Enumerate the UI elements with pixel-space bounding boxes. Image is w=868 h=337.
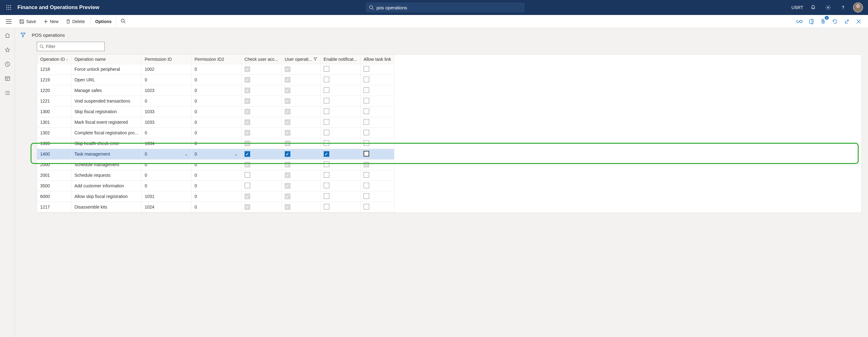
column-header-permission-id[interactable]: Permission ID bbox=[142, 55, 191, 64]
table-row[interactable]: 1303Skip health check error10340 bbox=[37, 138, 394, 149]
table-row[interactable]: 1218Force unlock peripheral10020 bbox=[37, 64, 394, 74]
favorites-button[interactable] bbox=[2, 45, 12, 55]
checkbox[interactable] bbox=[364, 172, 369, 178]
column-header-operation-name[interactable]: Operation name bbox=[71, 55, 142, 64]
column-header-permission-id2[interactable]: Permission ID2 bbox=[191, 55, 241, 64]
checkbox[interactable] bbox=[285, 204, 290, 210]
checkbox[interactable] bbox=[324, 183, 329, 188]
checkbox[interactable] bbox=[285, 98, 290, 104]
refresh-button[interactable] bbox=[831, 17, 839, 26]
checkbox[interactable] bbox=[324, 98, 329, 103]
column-header-operation-id[interactable]: Operation ID↑ bbox=[37, 55, 71, 64]
checkbox[interactable] bbox=[364, 119, 369, 125]
checkbox[interactable] bbox=[245, 109, 250, 115]
checkbox[interactable] bbox=[324, 119, 329, 125]
checkbox[interactable] bbox=[364, 109, 369, 114]
table-row[interactable]: 2000Schedule management00 bbox=[37, 159, 394, 170]
checkbox[interactable] bbox=[285, 130, 290, 135]
checkbox[interactable] bbox=[324, 87, 329, 93]
chevron-down-icon[interactable]: ⌄ bbox=[184, 152, 188, 156]
popout-button[interactable] bbox=[842, 17, 851, 26]
checkbox[interactable] bbox=[364, 193, 369, 199]
checkbox[interactable] bbox=[324, 109, 329, 114]
column-header-check-user-access[interactable]: Check user acc... bbox=[241, 55, 281, 64]
table-row[interactable]: 2001Schedule requests00 bbox=[37, 170, 394, 181]
checkbox[interactable] bbox=[245, 119, 250, 125]
attachments-button[interactable]: 0 bbox=[819, 17, 828, 26]
chevron-down-icon[interactable]: ⌄ bbox=[234, 152, 238, 156]
options-button[interactable]: Options bbox=[90, 17, 116, 26]
modules-button[interactable] bbox=[2, 88, 12, 98]
checkbox[interactable] bbox=[245, 98, 250, 104]
checkbox[interactable] bbox=[245, 162, 250, 167]
checkbox[interactable] bbox=[285, 119, 290, 125]
checkbox[interactable] bbox=[324, 151, 329, 157]
checkbox[interactable] bbox=[324, 66, 329, 72]
table-row[interactable]: 1301Mark fiscal event registered10330 bbox=[37, 117, 394, 127]
save-button[interactable]: Save bbox=[16, 17, 39, 26]
connector-button[interactable] bbox=[795, 17, 804, 26]
table-row[interactable]: 3500Add customer information00 bbox=[37, 181, 394, 191]
checkbox[interactable] bbox=[285, 193, 290, 199]
checkbox[interactable] bbox=[245, 130, 250, 135]
company-indicator[interactable]: USRT bbox=[792, 5, 803, 10]
checkbox[interactable] bbox=[324, 204, 329, 210]
checkbox[interactable] bbox=[324, 193, 329, 199]
column-header-user-operation[interactable]: User operati... bbox=[281, 55, 320, 64]
checkbox[interactable] bbox=[364, 87, 369, 93]
checkbox[interactable] bbox=[285, 109, 290, 115]
checkbox[interactable] bbox=[285, 183, 290, 189]
checkbox[interactable] bbox=[364, 140, 369, 146]
checkbox[interactable] bbox=[364, 151, 369, 156]
checkbox[interactable] bbox=[324, 161, 329, 167]
checkbox[interactable] bbox=[285, 151, 290, 157]
nav-toggle-button[interactable] bbox=[2, 19, 15, 24]
checkbox[interactable] bbox=[245, 183, 250, 188]
settings-button[interactable] bbox=[823, 2, 833, 12]
checkbox[interactable] bbox=[245, 66, 250, 72]
notifications-button[interactable] bbox=[808, 2, 818, 12]
checkbox[interactable] bbox=[285, 66, 290, 72]
quick-filter[interactable] bbox=[37, 42, 105, 51]
table-row[interactable]: 6000Allow skip fiscal registration10310 bbox=[37, 191, 394, 202]
checkbox[interactable] bbox=[245, 172, 250, 178]
checkbox[interactable] bbox=[324, 172, 329, 178]
checkbox[interactable] bbox=[364, 130, 369, 135]
checkbox[interactable] bbox=[245, 141, 250, 146]
checkbox[interactable] bbox=[285, 141, 290, 146]
filter-pane-toggle[interactable] bbox=[19, 31, 27, 39]
checkbox[interactable] bbox=[245, 151, 250, 157]
page-search-button[interactable] bbox=[118, 17, 129, 26]
checkbox[interactable] bbox=[364, 66, 369, 72]
help-button[interactable] bbox=[838, 2, 848, 12]
checkbox[interactable] bbox=[285, 162, 290, 167]
checkbox[interactable] bbox=[285, 77, 290, 83]
recent-button[interactable] bbox=[2, 59, 12, 69]
workspaces-button[interactable] bbox=[2, 73, 12, 84]
checkbox[interactable] bbox=[285, 173, 290, 178]
global-search[interactable] bbox=[366, 2, 525, 12]
app-launcher-button[interactable] bbox=[2, 5, 15, 10]
global-search-input[interactable] bbox=[376, 5, 522, 10]
checkbox[interactable] bbox=[285, 88, 290, 93]
close-button[interactable] bbox=[854, 17, 863, 26]
home-button[interactable] bbox=[2, 31, 12, 40]
pos-operations-grid[interactable]: Operation ID↑ Operation name Permission … bbox=[37, 54, 862, 213]
checkbox[interactable] bbox=[364, 183, 369, 188]
office-button[interactable] bbox=[807, 17, 816, 26]
table-row[interactable]: 1217Disassemble kits10240 bbox=[37, 202, 394, 212]
table-row[interactable]: 1400Task management0⌄0⌄ bbox=[37, 149, 394, 159]
checkbox[interactable] bbox=[364, 204, 369, 210]
checkbox[interactable] bbox=[245, 77, 250, 83]
checkbox[interactable] bbox=[364, 162, 369, 167]
checkbox[interactable] bbox=[245, 204, 250, 210]
checkbox[interactable] bbox=[324, 140, 329, 146]
column-header-enable-notifications[interactable]: Enable notificat... bbox=[320, 55, 360, 64]
table-row[interactable]: 1220Manage safes10230 bbox=[37, 85, 394, 96]
delete-button[interactable]: Delete bbox=[63, 17, 88, 26]
quick-filter-input[interactable] bbox=[46, 44, 102, 49]
checkbox[interactable] bbox=[324, 130, 329, 135]
checkbox[interactable] bbox=[245, 88, 250, 93]
table-row[interactable]: 1221Void suspended transactions00 bbox=[37, 96, 394, 106]
table-row[interactable]: 1302Complete fiscal registration pro...0… bbox=[37, 127, 394, 138]
